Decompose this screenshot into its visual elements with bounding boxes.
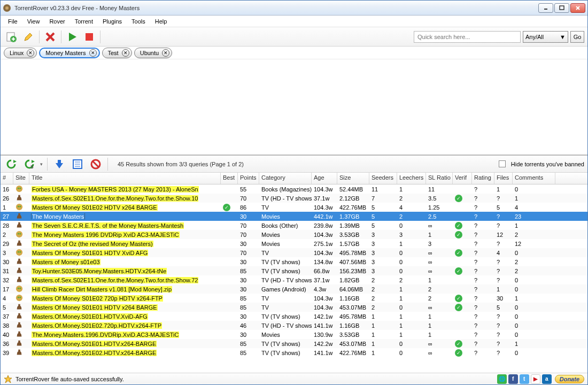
table-row[interactable]: 1Masters Of Money S01E02 HDTV x264 BARGE… xyxy=(1,203,587,212)
youtube-icon[interactable]: ▶ xyxy=(531,374,540,384)
check-icon: ✓ xyxy=(455,195,462,202)
table-row[interactable]: 30Masters of Money s01e0330TV (TV shows)… xyxy=(1,257,587,266)
maximize-button[interactable] xyxy=(554,3,569,13)
svg-rect-55 xyxy=(18,349,20,351)
hide-banned-checkbox[interactable] xyxy=(499,160,506,167)
site-icon xyxy=(13,349,29,357)
tag-label: Linux xyxy=(10,50,24,56)
edit-button[interactable] xyxy=(21,29,36,44)
svg-rect-51 xyxy=(18,313,20,315)
check-icon: ✓ xyxy=(455,349,462,357)
add-button[interactable] xyxy=(4,29,19,44)
table-row[interactable]: 3Masters Of Money S01E01 HDTV XviD AFG70… xyxy=(1,248,587,257)
tag-close-icon[interactable]: ✕ xyxy=(122,49,129,57)
tag-label: Ubuntu xyxy=(140,50,159,56)
svg-rect-50 xyxy=(18,304,20,306)
table-row[interactable]: 37Masters.Of.Money.S01E01.HDTV.XviD-AFG3… xyxy=(1,312,587,321)
table-row[interactable]: 38Masters.Of.Money.S01E02.720p.HDTV.x264… xyxy=(1,321,587,330)
site-icon xyxy=(13,303,29,312)
check-icon: ✓ xyxy=(455,340,462,348)
table-row[interactable]: 40The.Money.Masters.1996.DVDRip.XviD.AC3… xyxy=(1,330,587,339)
donate-button[interactable]: Donate xyxy=(555,375,584,383)
svg-rect-3 xyxy=(560,6,564,10)
table-row[interactable]: 29The Secret of Oz (the revised Money Ma… xyxy=(1,239,587,248)
col-rating[interactable]: Rating xyxy=(472,173,494,184)
upper-pane xyxy=(1,59,587,156)
menu-view[interactable]: View xyxy=(23,17,44,26)
svg-marker-13 xyxy=(69,33,76,41)
col-leechers[interactable]: Leechers xyxy=(397,173,426,184)
svg-point-30 xyxy=(18,205,19,207)
menu-plugins[interactable]: Plugins xyxy=(98,17,126,26)
site-icon xyxy=(13,258,29,266)
svg-point-25 xyxy=(16,185,22,191)
table-row[interactable]: 31Toy.Hunter.S03E05.Money.Masters.HDTV.x… xyxy=(1,266,587,275)
check-icon: ✓ xyxy=(455,295,462,302)
col-best[interactable]: Best xyxy=(221,173,238,184)
search-tag[interactable]: Money Masters✕ xyxy=(39,48,99,58)
ban-button[interactable] xyxy=(88,157,103,172)
refresh-all-button[interactable]: s xyxy=(22,157,37,172)
col-verif[interactable]: Verif xyxy=(453,173,472,184)
search-mode-combo[interactable]: Any/All▼ xyxy=(523,31,568,43)
col-slratio[interactable]: SL Ratio xyxy=(426,173,453,184)
table-body[interactable]: 16Forbes USA - Money MASTERS 2013 (27 Ma… xyxy=(1,184,587,373)
search-tag[interactable]: Linux✕ xyxy=(4,48,37,58)
dropdown-arrow-icon[interactable]: ▾ xyxy=(40,161,43,167)
download-button[interactable] xyxy=(52,157,67,172)
table-row[interactable]: 39Masters.Of.Money.S01E02.HDTV.x264-BARG… xyxy=(1,348,587,357)
tag-close-icon[interactable]: ✕ xyxy=(89,49,97,57)
table-row[interactable]: 32Masters.of.Sex.S02E11.One.for.the.Mone… xyxy=(1,275,587,284)
window-title: TorrentRover v0.23.3 dev Free - Money Ma… xyxy=(14,5,538,11)
col-site[interactable]: Site xyxy=(13,173,29,184)
menu-torrent[interactable]: Torrent xyxy=(71,17,97,26)
table-row[interactable]: 2The Money Masters 1996 DVDRip XviD AC3-… xyxy=(1,230,587,239)
details-button[interactable] xyxy=(70,157,85,172)
svg-point-29 xyxy=(16,203,22,210)
table-row[interactable]: 26Masters.of.Sex.S02E11.One.for.the.Mone… xyxy=(1,194,587,203)
twitter-icon[interactable]: t xyxy=(520,374,529,384)
col-files[interactable]: Files xyxy=(494,173,513,184)
col-title[interactable]: Title xyxy=(29,173,221,184)
table-row[interactable]: 4Masters Of Money S01E02 720p HDTV x264-… xyxy=(1,294,587,303)
tag-close-icon[interactable]: ✕ xyxy=(162,49,169,57)
refresh-button[interactable] xyxy=(4,157,19,172)
table-row[interactable]: 5Masters Of Money S01E01 HDTV x264 BARGE… xyxy=(1,303,587,312)
search-input[interactable] xyxy=(414,31,521,43)
col-size[interactable]: Size xyxy=(337,173,369,184)
col-num[interactable]: # xyxy=(1,173,13,184)
facebook-icon[interactable]: f xyxy=(508,374,518,384)
col-category[interactable]: Category xyxy=(259,173,312,184)
menubar: File View Rover Torrent Plugins Tools He… xyxy=(1,16,587,27)
svg-marker-10 xyxy=(25,33,32,41)
delete-button[interactable] xyxy=(43,29,58,44)
svg-point-36 xyxy=(19,233,21,234)
table-row[interactable]: 28The Seven S.E.C.R.E.T.S. of the Money … xyxy=(1,221,587,230)
table-row[interactable]: 36Masters.Of.Money.S01E01.HDTV.x264-BARG… xyxy=(1,339,587,348)
stop-button[interactable] xyxy=(82,29,97,44)
menu-rover[interactable]: Rover xyxy=(45,17,69,26)
go-button[interactable]: Go xyxy=(570,31,584,43)
hide-banned-label: Hide torrents you've banned xyxy=(511,161,584,167)
table-row[interactable]: 27The Money Masters30Movies442.1w1.37GB5… xyxy=(1,212,587,221)
menu-file[interactable]: File xyxy=(4,17,22,26)
col-age[interactable]: Age xyxy=(312,173,337,184)
col-points[interactable]: Points xyxy=(238,173,259,184)
table-row[interactable]: 17Hill Climb Racer Dirt Masters v1.081 [… xyxy=(1,284,587,294)
table-row[interactable]: 16Forbes USA - Money MASTERS 2013 (27 Ma… xyxy=(1,184,587,194)
search-tag[interactable]: Test✕ xyxy=(102,48,132,58)
minimize-button[interactable] xyxy=(538,3,553,13)
check-icon: ✓ xyxy=(455,231,462,238)
globe-icon[interactable]: 🌐 xyxy=(497,374,507,384)
alt-icon[interactable]: a xyxy=(542,374,552,384)
search-tag[interactable]: Ubuntu✕ xyxy=(134,48,172,58)
menu-help[interactable]: Help xyxy=(151,17,172,26)
menu-tools[interactable]: Tools xyxy=(127,17,150,26)
play-button[interactable] xyxy=(65,29,80,44)
check-icon: ✓ xyxy=(455,304,462,311)
col-comments[interactable]: Comments xyxy=(513,173,555,184)
tag-close-icon[interactable]: ✕ xyxy=(27,49,34,57)
col-seeders[interactable]: Seeders xyxy=(369,173,397,184)
site-icon xyxy=(13,221,29,230)
close-button[interactable] xyxy=(570,3,585,13)
